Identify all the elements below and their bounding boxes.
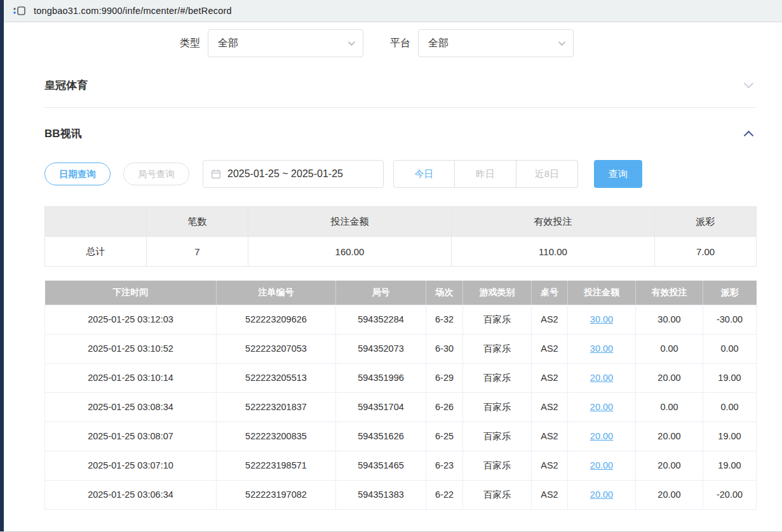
cell-bet-time: 2025-01-25 03:12:03 <box>45 305 217 334</box>
cell-payout: 0.00 <box>703 334 757 363</box>
section-crown-title: 皇冠体育 <box>44 78 88 93</box>
table-row: 2025-01-25 03:08:34 522223201837 5943517… <box>45 392 757 422</box>
bet-amount-link[interactable]: 30.00 <box>590 343 613 354</box>
cell-game-type: 百家乐 <box>463 305 532 334</box>
cell-game-type: 百家乐 <box>463 480 532 509</box>
cell-session: 6-25 <box>426 422 463 451</box>
type-select[interactable]: 全部 <box>208 29 363 57</box>
cell-table-no: AS2 <box>532 480 568 509</box>
browser-address-bar[interactable]: tongbao31.com:9900/infe/mcenter/#/betRec… <box>0 0 782 22</box>
cell-round-no: 594351465 <box>336 451 426 480</box>
bet-amount-link[interactable]: 30.00 <box>590 314 613 324</box>
summary-total-label: 总计 <box>45 237 147 267</box>
page-content: 类型 全部 平台 全部 皇冠体育 BB视讯 日期查询 局号查询 <box>0 28 782 510</box>
summary-total-row: 总计 7 160.00 110.00 7.00 <box>45 237 757 267</box>
cell-bet-amount: 20.00 <box>568 480 636 509</box>
cell-payout: 19.00 <box>703 363 757 392</box>
summary-header-empty <box>45 207 147 237</box>
round-query-button[interactable]: 局号查询 <box>123 163 189 185</box>
bet-amount-link[interactable]: 20.00 <box>590 402 613 412</box>
table-row: 2025-01-25 03:10:52 522223207053 5943520… <box>45 334 757 363</box>
cell-payout: 19.00 <box>703 422 757 451</box>
search-button[interactable]: 查询 <box>594 160 642 188</box>
summary-header-payout: 派彩 <box>655 207 757 237</box>
section-bb-video[interactable]: BB视讯 <box>44 121 756 146</box>
chevron-up-icon[interactable] <box>744 130 754 140</box>
cell-bet-amount: 30.00 <box>568 334 636 363</box>
date-range-picker[interactable]: 2025-01-25 ~ 2025-01-25 <box>203 160 384 188</box>
bet-amount-link[interactable]: 20.00 <box>590 489 613 500</box>
cell-valid-bet: 20.00 <box>636 480 703 509</box>
type-label: 类型 <box>180 37 200 50</box>
summary-header-bet: 投注金额 <box>248 207 452 237</box>
last-8-days-button[interactable]: 近8日 <box>516 160 578 188</box>
tab-profile-icon[interactable] <box>13 6 25 16</box>
bet-table-body: 2025-01-25 03:12:03 522223209626 5943522… <box>45 305 757 509</box>
cell-payout: -20.00 <box>703 480 757 509</box>
cell-order-no: 522223209626 <box>217 305 336 334</box>
cell-round-no: 594351704 <box>336 392 426 422</box>
yesterday-button[interactable]: 昨日 <box>455 160 516 188</box>
cell-order-no: 522223201837 <box>217 392 336 422</box>
header-game-type: 游戏类别 <box>463 281 532 305</box>
cell-order-no: 522223205513 <box>217 363 336 392</box>
cell-payout: -30.00 <box>703 305 757 334</box>
cell-table-no: AS2 <box>532 392 568 422</box>
table-row: 2025-01-25 03:10:14 522223205513 5943519… <box>45 363 757 392</box>
bet-amount-link[interactable]: 20.00 <box>590 460 613 470</box>
cell-bet-time: 2025-01-25 03:08:07 <box>45 422 217 451</box>
cell-session: 6-26 <box>426 392 463 422</box>
cell-table-no: AS2 <box>532 451 568 480</box>
cell-valid-bet: 20.00 <box>636 451 703 480</box>
platform-select[interactable]: 全部 <box>418 29 574 57</box>
summary-header-valid: 有效投注 <box>452 207 655 237</box>
cell-payout: 19.00 <box>703 451 757 480</box>
cell-round-no: 594352284 <box>336 305 426 334</box>
summary-total-valid: 110.00 <box>452 237 655 267</box>
cell-order-no: 522223200835 <box>217 422 336 451</box>
table-row: 2025-01-25 03:08:07 522223200835 5943516… <box>45 422 757 451</box>
cell-bet-time: 2025-01-25 03:06:34 <box>45 480 217 509</box>
type-select-value: 全部 <box>218 37 238 50</box>
window-edge <box>0 0 4 531</box>
cell-round-no: 594352073 <box>336 334 426 363</box>
cell-game-type: 百家乐 <box>463 422 532 451</box>
summary-header-count: 笔数 <box>147 207 248 237</box>
cell-session: 6-29 <box>426 363 463 392</box>
cell-table-no: AS2 <box>532 422 568 451</box>
quick-date-group: 今日 昨日 近8日 <box>393 160 578 188</box>
bet-amount-link[interactable]: 20.00 <box>590 431 613 441</box>
cell-round-no: 594351626 <box>336 422 426 451</box>
summary-total-payout: 7.00 <box>655 237 757 267</box>
url-text[interactable]: tongbao31.com:9900/infe/mcenter/#/betRec… <box>34 6 232 16</box>
cell-session: 6-32 <box>426 305 463 334</box>
cell-bet-amount: 20.00 <box>568 451 636 480</box>
cell-session: 6-22 <box>426 480 463 509</box>
header-round-no: 局号 <box>336 281 426 305</box>
cell-round-no: 594351996 <box>336 363 426 392</box>
browser-window: tongbao31.com:9900/infe/mcenter/#/betRec… <box>0 0 782 532</box>
cell-session: 6-23 <box>426 451 463 480</box>
section-bb-title: BB视讯 <box>44 126 82 141</box>
cell-bet-time: 2025-01-25 03:10:14 <box>45 363 217 392</box>
cell-bet-amount: 20.00 <box>568 363 636 392</box>
today-button[interactable]: 今日 <box>393 160 455 188</box>
header-session: 场次 <box>426 281 463 305</box>
section-divider <box>44 107 756 108</box>
section-crown-sports[interactable]: 皇冠体育 <box>44 70 756 100</box>
cell-game-type: 百家乐 <box>463 451 532 480</box>
header-bet-amount: 投注金额 <box>568 281 636 305</box>
cell-order-no: 522223207053 <box>217 334 336 363</box>
cell-bet-time: 2025-01-25 03:07:10 <box>45 451 217 480</box>
cell-bet-time: 2025-01-25 03:08:34 <box>45 392 217 422</box>
chevron-down-icon[interactable] <box>744 79 754 89</box>
chevron-down-icon <box>558 39 565 46</box>
cell-valid-bet: 20.00 <box>636 363 703 392</box>
header-valid-bet: 有效投注 <box>636 281 703 305</box>
cell-bet-amount: 20.00 <box>568 392 636 422</box>
cell-bet-amount: 30.00 <box>568 305 636 334</box>
date-query-button[interactable]: 日期查询 <box>44 163 111 185</box>
summary-total-bet: 160.00 <box>248 237 452 267</box>
bet-amount-link[interactable]: 20.00 <box>590 373 613 383</box>
table-row: 2025-01-25 03:12:03 522223209626 5943522… <box>45 305 757 334</box>
